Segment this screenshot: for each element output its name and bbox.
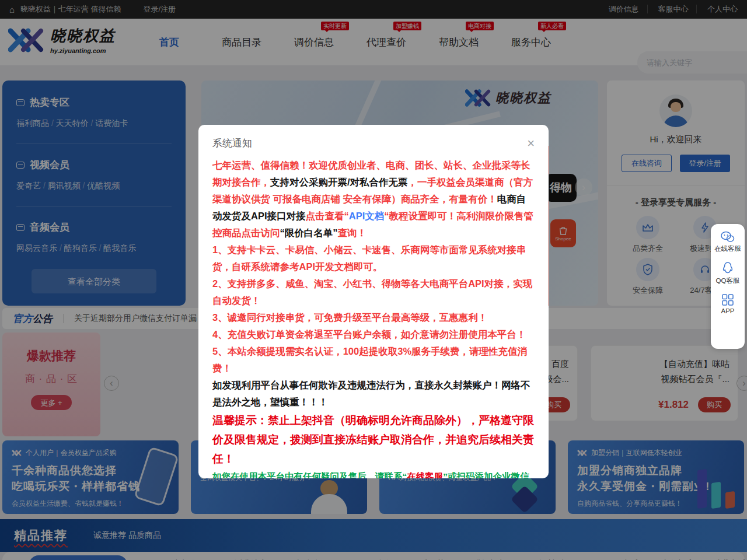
notice-item: 5、本站余额提现需实名认证，100起提收取3%服务手续费，请理性充值消费！ (212, 343, 535, 377)
modal-body: 七年运营、值得信赖！欢迎优质创业者、电商、团长、站长、企业批采等长期对接合作，支… (212, 157, 535, 478)
notice-item: 2、支持拼多多、咸鱼、淘宝、小红书、得物等各大电商平台API对接，实现自动发货！ (212, 275, 535, 309)
floating-service-bar: 在线客服 QQ客服 APP (711, 224, 745, 349)
online-service-item[interactable]: 在线客服 (714, 231, 741, 253)
page: ⌂ 晓晓权益｜七年运营 值得信赖 登录/注册 调价信息 客服中心 个人中心 晓晓… (0, 0, 747, 560)
notice-intro-paragraph: 七年运营、值得信赖！欢迎优质创业者、电商、团长、站长、企业批采等长期对接合作，支… (212, 157, 535, 242)
notice-warm-tip: 温馨提示：禁止上架抖音（明确标明允许商品除外），严格遵守限价及限售规定，拨测到直… (212, 411, 535, 468)
notice-support-paragraph: 如您在使用本平台中有任何疑问及售后，请联系“在线客服”或扫码添加企业微信客服咨询… (212, 468, 535, 478)
qq-icon (722, 262, 733, 275)
app-grid-icon (722, 294, 734, 306)
modal-title: 系统通知 (212, 136, 252, 150)
notice-warning-black: 如发现利用平台从事任何欺诈及违规违法行为，直接永久封禁账户！网络不是法外之地，望… (212, 377, 535, 411)
system-notice-modal: 系统通知 × 七年运营、值得信赖！欢迎优质创业者、电商、团长、站长、企业批采等长… (198, 125, 549, 478)
app-download-item[interactable]: APP (721, 294, 734, 314)
online-service-link[interactable]: 在线客服 (407, 471, 443, 478)
close-icon[interactable]: × (527, 137, 535, 150)
wechat-icon (721, 231, 735, 243)
qq-service-item[interactable]: QQ客服 (716, 262, 740, 285)
api-docs-link[interactable]: API文档 (349, 211, 385, 221)
notice-item: 1、支持卡卡云、卡易信、小储云、卡速售、乐商网等市面常见系统对接串货，自研系统请… (212, 242, 535, 275)
notice-item: 3、诚邀同行对接串货，可免费升级至平台最高等级，互惠惠利！ (212, 309, 535, 326)
notice-item: 4、充值失败订单资金将退至平台账户余额，如介意请勿注册使用本平台！ (212, 326, 535, 343)
